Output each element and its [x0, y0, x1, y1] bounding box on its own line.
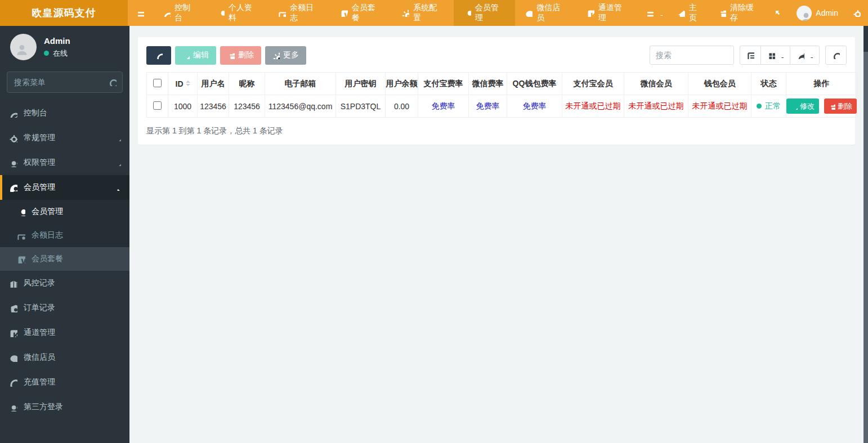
status-dot-icon	[757, 104, 762, 109]
sidebar-menu: 控制台 常规管理 权限管理 会员管理 会员管理	[0, 101, 129, 419]
table-search-input[interactable]	[650, 46, 734, 65]
nav-item-label: 会员管理	[475, 3, 505, 23]
delete-button[interactable]: 删除	[220, 46, 261, 65]
submenu-item-label: 会员管理	[32, 207, 121, 217]
vertical-scrollbar[interactable]	[863, 26, 868, 443]
table-row[interactable]: 1000 123456 123456 1123456@qq.com S1PD3T…	[147, 95, 857, 118]
sidebar-item-general-manage[interactable]: 常规管理	[0, 126, 129, 150]
tabs-dropdown-button[interactable]	[638, 9, 670, 17]
row-edit-button[interactable]: 修改	[786, 99, 819, 114]
header-wallet-vip: 钱包会员	[688, 73, 751, 95]
sidebar-item-order-record[interactable]: 订单记录	[0, 296, 129, 320]
select-all-cell	[147, 73, 168, 95]
cell-operate: 修改 删除	[786, 95, 857, 118]
v-square-icon	[340, 9, 348, 17]
sidebar-search	[7, 71, 123, 93]
user-icon	[17, 208, 25, 216]
row-select-cell	[147, 95, 168, 118]
sidebar-item-label: 充值管理	[24, 377, 121, 387]
clear-cache-label: 清除缓存	[730, 3, 760, 23]
header-balance: 用户余额	[386, 73, 418, 95]
sidebar-item-dashboard[interactable]: 控制台	[0, 101, 129, 126]
sidebar-item-auth-manage[interactable]: 权限管理	[0, 150, 129, 175]
sidebar-search-input[interactable]	[7, 71, 123, 93]
home-button[interactable]: 主页	[670, 3, 711, 23]
sidebar-item-member-manage[interactable]: 会员管理	[0, 175, 129, 200]
submenu-item-member-package[interactable]: 会员套餐	[0, 247, 129, 271]
nav-item-system-config[interactable]: 系统配置	[392, 0, 453, 26]
nav-item-balance-log[interactable]: 余额日志	[269, 0, 330, 26]
clear-cache-button[interactable]: 清除缓存	[711, 3, 767, 23]
sidebar-item-channel-manage[interactable]: 通道管理	[0, 320, 129, 345]
brand-logo[interactable]: 欧皇源码支付	[0, 0, 128, 26]
sidebar-item-label: 控制台	[24, 108, 121, 118]
search-icon	[108, 78, 117, 86]
navbar-right: 主页 清除缓存 Admin	[638, 0, 868, 26]
person-icon	[799, 11, 809, 21]
sidebar-item-label: 常规管理	[24, 133, 109, 143]
cell-balance: 0.00	[386, 95, 418, 118]
grid-columns-icon	[767, 51, 775, 59]
export-button[interactable]	[790, 46, 820, 65]
toolbar: 编辑 删除 更多	[146, 46, 847, 65]
nav-item-label: 系统配置	[413, 3, 444, 23]
detail-view-button[interactable]	[740, 46, 761, 65]
more-button[interactable]: 更多	[265, 46, 306, 65]
status-label: 正常	[765, 101, 781, 111]
sidebar-item-risk-record[interactable]: 风控记录	[0, 271, 129, 296]
list-detail-icon	[746, 51, 754, 59]
search-icon	[832, 51, 840, 59]
sidebar-item-label: 会员管理	[24, 182, 109, 193]
edit-button[interactable]: 编辑	[175, 46, 216, 65]
view-button-group	[740, 46, 820, 65]
nav-item-label: 控制台	[175, 3, 198, 23]
scrollbar-thumb[interactable]	[863, 26, 868, 52]
submenu-item-label: 会员套餐	[32, 254, 121, 264]
sidebar-item-wechat-clerk[interactable]: 微信店员	[0, 345, 129, 370]
nav-item-wechat-clerk[interactable]: 微信店员	[515, 0, 576, 26]
sidebar-item-label: 权限管理	[24, 158, 109, 168]
admin-menu[interactable]: Admin	[789, 6, 845, 21]
status-badge: 正常	[757, 101, 781, 111]
sidebar: Admin 在线 控制台 常规管理 权限管理 会员管理	[0, 26, 129, 443]
header-status: 状态	[751, 73, 786, 95]
cell-wallet-vip: 未开通或已过期	[688, 95, 751, 118]
cell-nickname: 123456	[229, 95, 265, 118]
sidebar-item-label: 第三方登录	[24, 402, 121, 412]
tachometer-icon	[9, 109, 17, 118]
select-all-checkbox[interactable]	[153, 79, 162, 87]
sort-icon	[186, 80, 190, 86]
submenu-item-balance-log[interactable]: 余额日志	[0, 223, 129, 247]
caret-down-icon	[778, 53, 784, 58]
gear-icon	[401, 9, 409, 17]
nav-item-label: 会员套餐	[352, 3, 382, 23]
cell-alipay-rate: 免费率	[418, 95, 469, 118]
row-delete-button[interactable]: 删除	[824, 99, 857, 114]
sidebar-item-recharge-manage[interactable]: 充值管理	[0, 370, 129, 395]
columns-button[interactable]	[760, 46, 790, 65]
export-icon	[797, 51, 804, 59]
row-delete-label: 删除	[838, 101, 852, 111]
refresh-button[interactable]	[146, 46, 171, 65]
nav-item-label: 个人资料	[229, 3, 259, 23]
header-id[interactable]: ID	[168, 73, 198, 95]
nav-item-profile[interactable]: 个人资料	[207, 0, 269, 26]
nav-item-channel-manage[interactable]: 通道管理	[577, 0, 638, 26]
sidebar-toggle-button[interactable]	[128, 0, 153, 26]
nav-item-member-package[interactable]: 会员套餐	[330, 0, 392, 26]
nav-item-member-manage[interactable]: 会员管理	[454, 0, 515, 26]
admin-label: Admin	[816, 8, 838, 17]
sidebar-item-third-party-login[interactable]: 第三方登录	[0, 395, 129, 419]
search-toggle-button[interactable]	[825, 46, 847, 65]
header-nickname: 昵称	[229, 73, 265, 95]
settings-button[interactable]	[845, 9, 868, 17]
nav-item-dashboard[interactable]: 控制台	[153, 0, 207, 26]
home-label: 主页	[689, 3, 704, 23]
header-secret: 用户密钥	[336, 73, 386, 95]
submenu-item-member-manage[interactable]: 会员管理	[0, 200, 129, 223]
fullscreen-button[interactable]	[767, 9, 789, 17]
header-qq-rate: QQ钱包费率	[507, 73, 562, 95]
row-checkbox[interactable]	[153, 101, 162, 110]
home-icon	[677, 9, 685, 17]
cell-alipay-vip: 未开通或已过期	[562, 95, 624, 118]
